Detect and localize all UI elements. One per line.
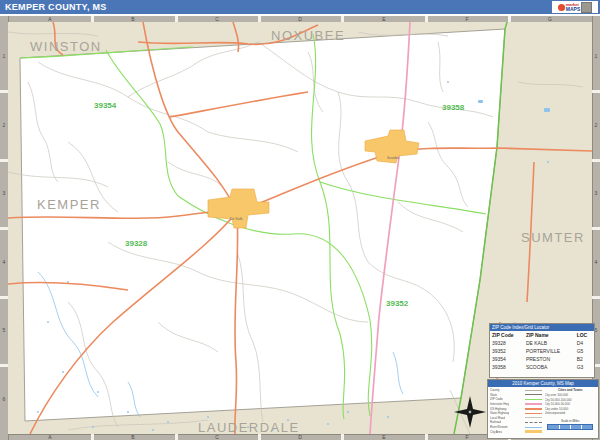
zip-index-col-name: ZIP Name bbox=[524, 331, 575, 339]
grid-notch bbox=[0, 90, 8, 93]
grid-col-label: D bbox=[295, 434, 305, 440]
grid-row-label: 3 bbox=[592, 190, 600, 196]
legend-city-class: Unincorporated bbox=[545, 411, 597, 416]
brand-logo: market MAPS bbox=[552, 1, 598, 13]
zip-label-preston: 39354 bbox=[94, 101, 117, 110]
grid-notch bbox=[592, 296, 600, 299]
grid-row-label: 4 bbox=[0, 259, 8, 265]
grid-notch bbox=[0, 364, 8, 367]
grid-notch bbox=[592, 159, 600, 162]
zip-label-dekalb: 39328 bbox=[125, 239, 148, 248]
zip-index-row: 39354 PRESTON B2 bbox=[490, 355, 594, 363]
county-label-lauderdale: LAUDERDALE bbox=[198, 420, 300, 434]
legend-line-interstate bbox=[525, 403, 542, 405]
grid-col-label: F bbox=[462, 434, 472, 440]
zip-index-col-loc: LOC bbox=[575, 331, 594, 339]
legend-item: City Area bbox=[490, 429, 542, 434]
map-legend-title: 2010 Kemper County, MS Map bbox=[488, 380, 598, 387]
grid-row-label: 4 bbox=[592, 259, 600, 265]
zip-code: 39328 bbox=[490, 339, 524, 347]
grid-row-label: 6 bbox=[0, 396, 8, 402]
zip-name: PORTERVILLE bbox=[524, 347, 575, 355]
zip-name: DE KALB bbox=[524, 339, 575, 347]
grid-row-label: 2 bbox=[592, 122, 600, 128]
legend-label: US Highway bbox=[490, 407, 507, 411]
zip-code: 39354 bbox=[490, 355, 524, 363]
zip-index-header-row: ZIP Code ZIP Name LOC bbox=[490, 331, 594, 339]
zip-loc: D4 bbox=[575, 339, 594, 347]
zip-index-row: 39352 PORTERVILLE G5 bbox=[490, 347, 594, 355]
legend-label: Railroad bbox=[490, 420, 501, 424]
map-legend-box: 2010 Kemper County, MS Map County State … bbox=[487, 379, 599, 439]
legend-label: ZIP Code bbox=[490, 397, 503, 401]
zip-loc: B2 bbox=[575, 355, 594, 363]
zip-name: PRESTON bbox=[524, 355, 575, 363]
legend-line-state-highway bbox=[525, 413, 542, 414]
legend-cities-column: Cities and Towns City over 100,000 City … bbox=[545, 388, 597, 434]
legend-label: County bbox=[490, 388, 500, 392]
legend-label: State Highway bbox=[490, 411, 509, 415]
zip-label-scooba: 39358 bbox=[442, 103, 465, 112]
grid-row-label: 1 bbox=[592, 53, 600, 59]
city-label-scooba: Scooba bbox=[387, 156, 399, 160]
zip-index-box: ZIP Code Index/Grid Locator ZIP Code ZIP… bbox=[489, 323, 595, 378]
legend-label: Local Road bbox=[490, 416, 505, 420]
zip-index-title: ZIP Code Index/Grid Locator bbox=[490, 324, 594, 331]
legend-label: City Area bbox=[490, 430, 502, 434]
grid-notch bbox=[592, 227, 600, 230]
zip-code: 39352 bbox=[490, 347, 524, 355]
map-page: KEMPER COUNTY, MS market MAPS A B C D E … bbox=[0, 0, 600, 440]
grid-notch bbox=[341, 434, 344, 440]
city-label-dekalb: De Kalb bbox=[230, 217, 243, 221]
zip-code: 39358 bbox=[490, 363, 524, 371]
grid-row-label: 5 bbox=[0, 327, 8, 333]
scale-bar-group: Scale in Miles bbox=[545, 419, 597, 430]
zip-index-table: ZIP Code ZIP Name LOC 39328 DE KALB D4 3… bbox=[490, 331, 594, 371]
grid-col-label: A bbox=[45, 434, 55, 440]
grid-notch bbox=[91, 434, 94, 440]
county-label-noxubee: NOXUBEE bbox=[271, 28, 345, 43]
grid-col-label: C bbox=[212, 434, 222, 440]
grid-notch bbox=[425, 434, 428, 440]
brand-word-maps: MAPS bbox=[566, 7, 580, 12]
legend-line-county bbox=[525, 390, 542, 391]
legend-line-river bbox=[525, 427, 542, 428]
county-boundary bbox=[20, 29, 505, 421]
legend-line-state bbox=[525, 394, 542, 395]
zip-label-porterville: 39352 bbox=[386, 299, 409, 308]
grid-col-label: B bbox=[128, 434, 138, 440]
legend-swatch-city-area bbox=[525, 430, 542, 434]
county-label-winston: WINSTON bbox=[30, 39, 102, 54]
grid-row-label: 1 bbox=[0, 53, 8, 59]
grid-notch bbox=[0, 227, 8, 230]
legend-line-us-highway bbox=[525, 408, 542, 410]
grid-row-label: 3 bbox=[0, 190, 8, 196]
title-bar: KEMPER COUNTY, MS bbox=[0, 0, 600, 14]
page-title: KEMPER COUNTY, MS bbox=[5, 0, 107, 14]
brand-logo-icon bbox=[558, 4, 565, 11]
legend-line-railroad bbox=[525, 422, 542, 423]
grid-notch bbox=[258, 434, 261, 440]
grid-notch bbox=[0, 159, 8, 162]
legend-symbols-column: County State ZIP Code Interstate Hwy US … bbox=[490, 388, 542, 434]
zip-loc: G3 bbox=[575, 363, 594, 371]
county-label-kemper: KEMPER bbox=[37, 197, 101, 212]
zip-loc: G5 bbox=[575, 347, 594, 355]
county-label-sumter: SUMTER bbox=[521, 230, 585, 245]
scale-bar-label: Scale in Miles bbox=[545, 419, 597, 423]
scale-bar bbox=[547, 424, 593, 430]
zip-index-row: 39328 DE KALB D4 bbox=[490, 339, 594, 347]
zip-index-row: 39358 SCOOBA G3 bbox=[490, 363, 594, 371]
legend-label: Interstate Hwy bbox=[490, 402, 509, 406]
legend-line-zip bbox=[525, 399, 542, 400]
legend-label: River/Stream bbox=[490, 425, 508, 429]
grid-notch bbox=[175, 434, 178, 440]
legend-label: State bbox=[490, 393, 497, 397]
grid-col-label: E bbox=[379, 434, 389, 440]
grid-row-label: 2 bbox=[0, 122, 8, 128]
legend-line-local-road bbox=[525, 417, 542, 418]
grid-notch bbox=[592, 90, 600, 93]
brand-fineprint-block bbox=[581, 2, 592, 13]
grid-notch bbox=[0, 296, 8, 299]
zip-name: SCOOBA bbox=[524, 363, 575, 371]
